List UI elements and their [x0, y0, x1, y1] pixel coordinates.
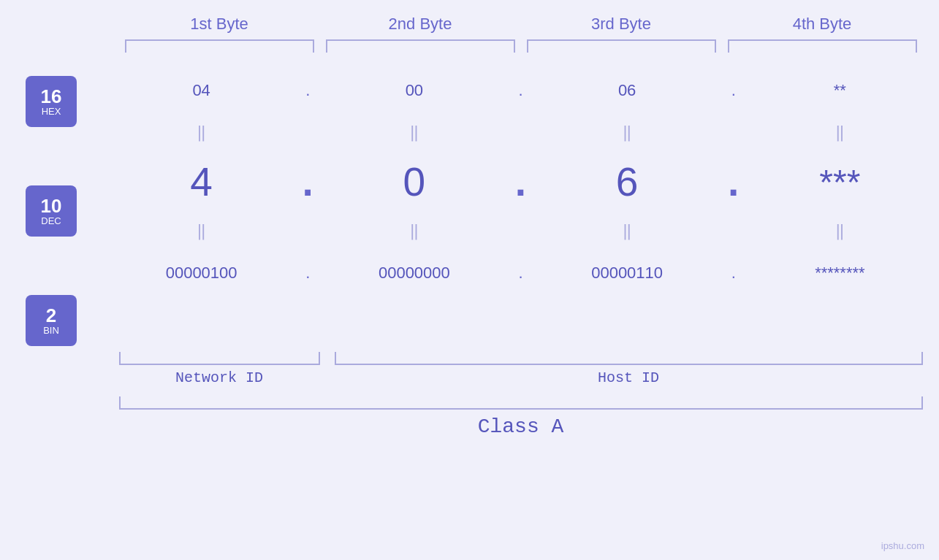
dec-dot-3: .: [726, 158, 741, 205]
overall-bracket: [119, 396, 923, 410]
dec-num: 10: [41, 196, 62, 215]
byte-header-3: 3rd Byte: [521, 15, 722, 39]
eq1-3: ‖: [528, 123, 726, 142]
host-id-bracket: [335, 352, 923, 365]
top-bracket-2: [326, 39, 515, 53]
hex-label-badge: 16 HEX: [26, 76, 77, 127]
bin-value-4: ********: [815, 264, 865, 283]
eq1-1: ‖: [102, 123, 300, 142]
eq2-3: ‖: [528, 221, 726, 241]
dec-cell-1: 4: [102, 158, 300, 205]
dec-value-4: ***: [819, 162, 860, 202]
hex-value-1: 04: [192, 81, 210, 100]
hex-cell-3: 06: [528, 81, 726, 100]
dec-value-2: 0: [403, 158, 426, 205]
dec-cell-4: ***: [741, 162, 939, 202]
top-brackets: [119, 39, 923, 54]
dec-cell-2: 0: [315, 158, 513, 205]
byte-header-1: 1st Byte: [119, 15, 320, 39]
dec-cell-3: 6: [528, 158, 726, 205]
eq1-2: ‖: [315, 123, 513, 142]
bin-value-2: 00000000: [379, 264, 450, 283]
equals-row-2: ‖ ‖ ‖ ‖: [102, 218, 939, 244]
top-bracket-1: [125, 39, 314, 53]
dec-sub: DEC: [41, 215, 61, 226]
bin-cell-4: ********: [741, 264, 939, 283]
bin-value-3: 00000110: [591, 264, 663, 283]
hex-sub: HEX: [42, 106, 61, 117]
hex-value-2: 00: [406, 81, 423, 100]
dec-label-badge: 10 DEC: [26, 185, 77, 237]
bin-cell-3: 00000110: [528, 264, 726, 283]
overall-bracket-row: [119, 396, 923, 410]
eq1-4: ‖: [741, 123, 939, 142]
bin-cell-2: 00000000: [315, 264, 513, 283]
dec-dot-1: .: [300, 158, 315, 205]
bin-dot-3: .: [726, 264, 741, 283]
dec-values-row: 4 . 0 . 6 . ***: [102, 145, 939, 218]
hex-cell-2: 00: [315, 81, 513, 100]
content-area: 16 HEX 10 DEC 2 BIN 04 . 00: [0, 61, 939, 346]
hex-cell-1: 04: [102, 81, 300, 100]
host-id-label: Host ID: [335, 369, 923, 386]
top-bracket-4: [728, 39, 917, 53]
bin-sub: BIN: [43, 325, 59, 336]
hex-dot-1: .: [300, 81, 315, 100]
byte-headers: 1st Byte 2nd Byte 3rd Byte 4th Byte: [119, 15, 923, 39]
hex-values-row: 04 . 00 . 06 . **: [102, 61, 939, 120]
watermark: ipshu.com: [881, 540, 924, 551]
bin-values-row: 00000100 . 00000000 . 00000110 . *******…: [102, 244, 939, 302]
labels-column: 16 HEX 10 DEC 2 BIN: [0, 61, 102, 346]
hex-num: 16: [41, 87, 62, 106]
equals-row-1: ‖ ‖ ‖ ‖: [102, 120, 939, 145]
dec-value-3: 6: [616, 158, 639, 205]
byte-header-2: 2nd Byte: [320, 15, 521, 39]
main-container: 1st Byte 2nd Byte 3rd Byte 4th Byte 16 H…: [0, 0, 939, 560]
eq2-4: ‖: [741, 221, 939, 241]
network-id-bracket: [119, 352, 320, 365]
class-label: Class A: [119, 415, 923, 438]
bin-label-badge: 2 BIN: [26, 295, 77, 346]
hex-dot-2: .: [514, 81, 528, 100]
bin-dot-1: .: [300, 264, 315, 283]
bin-num: 2: [46, 306, 56, 325]
bytes-grid: 04 . 00 . 06 . ** ‖ ‖: [102, 61, 939, 346]
bin-cell-1: 00000100: [102, 264, 300, 283]
bracket-spacer: [320, 352, 327, 365]
eq2-1: ‖: [102, 221, 300, 241]
top-bracket-3: [527, 39, 716, 53]
dec-value-1: 4: [190, 158, 213, 205]
eq2-2: ‖: [315, 221, 513, 241]
bin-dot-2: .: [514, 264, 528, 283]
hex-cell-4: **: [741, 81, 939, 100]
network-id-label: Network ID: [119, 369, 320, 386]
hex-value-3: 06: [618, 81, 636, 100]
hex-value-4: **: [834, 81, 846, 100]
id-labels-row: Network ID Host ID: [119, 369, 923, 386]
bin-value-1: 00000100: [166, 264, 237, 283]
bottom-brackets-row: [119, 352, 923, 365]
dec-dot-2: .: [514, 158, 528, 205]
byte-header-4: 4th Byte: [722, 15, 923, 39]
hex-dot-3: .: [726, 81, 741, 100]
